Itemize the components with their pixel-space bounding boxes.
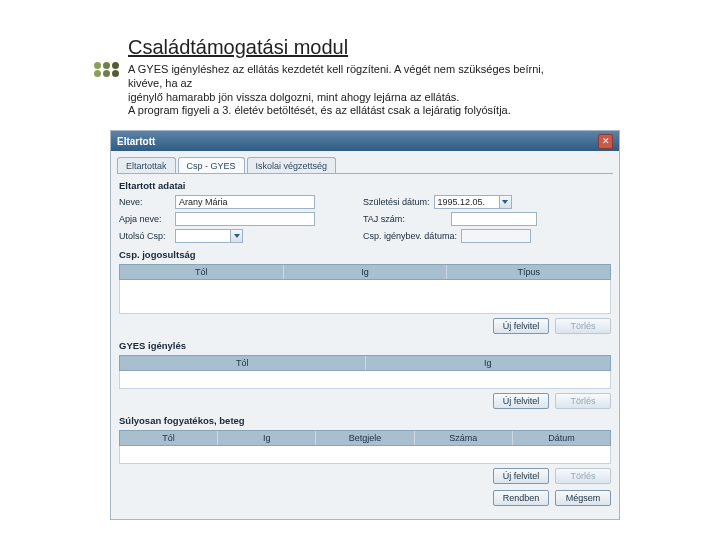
intro-paragraph: A GYES igényléshez az ellátás kezdetét k… — [128, 63, 658, 118]
label-utolso: Utolsó Csp: — [119, 231, 171, 241]
field-taj[interactable] — [451, 212, 537, 226]
label-szuletesi: Születési dátum: — [363, 197, 430, 207]
label-apja: Apja neve: — [119, 214, 171, 224]
rendben-button[interactable]: Rendben — [493, 490, 549, 506]
section-eltartott-adatai: Eltartott adatai — [119, 180, 611, 191]
section-gyes-igenyles: GYES igénylés — [119, 340, 611, 351]
grid2-col-tol[interactable]: Tól — [120, 356, 366, 370]
grid2-torles-button[interactable]: Törlés — [555, 393, 611, 409]
grid2-col-ig[interactable]: Ig — [366, 356, 611, 370]
form-eltartott: Neve: Arany Mária Születési dátum: 1995.… — [119, 195, 611, 243]
grid1-body[interactable] — [119, 280, 611, 314]
field-szuletesi[interactable]: 1995.12.05. — [434, 195, 500, 209]
grid1-uj-button[interactable]: Új felvitel — [493, 318, 549, 334]
tab-csp-gyes[interactable]: Csp - GYES — [178, 157, 245, 173]
label-csp-igeny: Csp. igénybev. dátuma: — [363, 231, 457, 241]
grid3-torles-button[interactable]: Törlés — [555, 468, 611, 484]
date-dropdown-icon[interactable] — [500, 195, 512, 209]
field-utolso[interactable] — [175, 229, 231, 243]
app-window: Eltartott ✕ Eltartottak Csp - GYES Iskol… — [110, 130, 620, 520]
grid1-col-tol[interactable]: Tól — [120, 265, 284, 279]
tab-iskolai[interactable]: Iskolai végzettség — [247, 157, 337, 173]
grid1-header: Tól Ig Típus — [119, 264, 611, 280]
label-neve: Neve: — [119, 197, 171, 207]
window-title: Eltartott — [117, 136, 155, 147]
field-csp-igeny — [461, 229, 531, 243]
page-title: Családtámogatási modul — [128, 36, 348, 59]
grid3-col-betgjele[interactable]: Betgjele — [316, 431, 414, 445]
grid3-uj-button[interactable]: Új felvitel — [493, 468, 549, 484]
grid2-uj-button[interactable]: Új felvitel — [493, 393, 549, 409]
titlebar: Eltartott ✕ — [111, 131, 619, 151]
close-icon[interactable]: ✕ — [598, 134, 613, 149]
utolso-dropdown-icon[interactable] — [231, 229, 243, 243]
grid3-col-ig[interactable]: Ig — [218, 431, 316, 445]
bullet-graphic — [94, 62, 121, 78]
grid3-header: Tól Ig Betgjele Száma Dátum — [119, 430, 611, 446]
grid1-col-ig[interactable]: Ig — [284, 265, 448, 279]
label-taj: TAJ szám: — [363, 214, 447, 224]
field-neve[interactable]: Arany Mária — [175, 195, 315, 209]
grid3-body[interactable] — [119, 446, 611, 464]
grid3-col-datum[interactable]: Dátum — [513, 431, 610, 445]
grid2-header: Tól Ig — [119, 355, 611, 371]
grid3-col-szama[interactable]: Száma — [415, 431, 513, 445]
megsem-button[interactable]: Mégsem — [555, 490, 611, 506]
tab-eltartottak[interactable]: Eltartottak — [117, 157, 176, 173]
grid2-body[interactable] — [119, 371, 611, 389]
field-apja[interactable] — [175, 212, 315, 226]
grid1-torles-button[interactable]: Törlés — [555, 318, 611, 334]
grid1-col-tipus[interactable]: Típus — [447, 265, 610, 279]
tabstrip: Eltartottak Csp - GYES Iskolai végzettsé… — [117, 157, 613, 174]
section-csp-jogosultsag: Csp. jogosultság — [119, 249, 611, 260]
grid3-col-tol[interactable]: Tól — [120, 431, 218, 445]
section-sulyosan: Súlyosan fogyatékos, beteg — [119, 415, 611, 426]
